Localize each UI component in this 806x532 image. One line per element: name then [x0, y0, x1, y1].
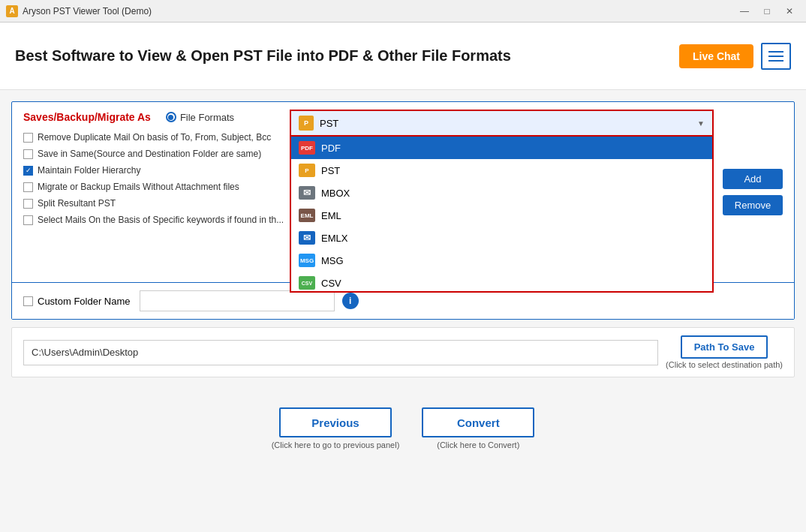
eml-label: EML: [321, 210, 341, 221]
dropdown-item-pst[interactable]: P PST: [291, 159, 712, 182]
add-button[interactable]: Add: [723, 169, 783, 189]
dropdown-item-eml[interactable]: EML EML: [291, 204, 712, 227]
pdf-icon: PDF: [299, 141, 315, 155]
menu-line-1: [768, 51, 783, 53]
header-actions: Live Chat: [679, 43, 791, 70]
bottom-actions: Previous (Click here to go to previous p…: [11, 407, 795, 449]
title-bar-text: Aryson PST Viewer Tool (Demo): [23, 6, 734, 17]
live-chat-button[interactable]: Live Chat: [679, 44, 753, 68]
checkbox-5[interactable]: [23, 199, 33, 209]
checkbox-4-label: Migrate or Backup Emails Without Attachm…: [38, 182, 239, 192]
mbox-label: MBOX: [321, 188, 350, 199]
convert-hint: (Click here to Convert): [437, 440, 519, 449]
app-header: Best Software to View & Open PST File in…: [0, 23, 806, 90]
csv-label: CSV: [321, 278, 341, 289]
radio-dot: [168, 115, 173, 120]
checkbox-5-label: Split Resultant PST: [38, 198, 116, 209]
path-section: Path To Save (Click to select destinatio…: [11, 327, 795, 377]
mbox-icon: ✉: [299, 186, 315, 200]
options-panel: Saves/Backup/Migrate As File Formats Rem…: [11, 101, 795, 320]
checkbox-4[interactable]: [23, 182, 33, 192]
convert-button[interactable]: Convert: [422, 407, 534, 437]
path-to-save-button[interactable]: Path To Save: [681, 335, 768, 359]
path-hint: (Click to select destination path): [666, 360, 783, 369]
checkbox-6[interactable]: [23, 215, 33, 225]
title-bar: A Aryson PST Viewer Tool (Demo) — □ ✕: [0, 0, 806, 23]
checkbox-2-label: Save in Same(Source and Destination Fold…: [38, 149, 261, 159]
checkbox-2[interactable]: [23, 149, 33, 159]
msg-icon: MSG: [299, 254, 315, 267]
dropdown-list[interactable]: PDF PDF P PST ✉ MBOX EML EML: [290, 135, 714, 293]
close-button[interactable]: ✕: [779, 3, 800, 20]
eml-icon: EML: [299, 209, 315, 222]
remove-button[interactable]: Remove: [723, 195, 783, 215]
app-icon: A: [6, 5, 18, 17]
chevron-down-icon: ▼: [697, 119, 705, 128]
emlx-label: EMLX: [321, 233, 347, 244]
file-formats-radio[interactable]: File Formats: [166, 112, 234, 123]
menu-line-2: [768, 56, 783, 57]
custom-folder-checkbox[interactable]: [23, 296, 33, 306]
csv-icon: CSV: [299, 276, 315, 290]
saves-label: Saves/Backup/Migrate As: [23, 111, 151, 123]
checkbox-1[interactable]: [23, 133, 33, 143]
radio-circle: [166, 112, 176, 122]
msg-label: MSG: [321, 255, 344, 266]
path-save-group: Path To Save (Click to select destinatio…: [666, 335, 783, 369]
app-title: Best Software to View & Open PST File in…: [15, 47, 511, 65]
info-icon: i: [342, 293, 359, 309]
right-buttons: Add Remove: [723, 169, 783, 215]
custom-folder-label: Custom Folder Name: [38, 296, 131, 307]
format-dropdown-trigger[interactable]: P PST ▼: [290, 110, 714, 135]
previous-group: Previous (Click here to go to previous p…: [272, 407, 400, 449]
pst-label: PST: [321, 165, 340, 176]
dropdown-item-emlx[interactable]: ✉ EMLX: [291, 227, 712, 249]
convert-group: Convert (Click here to Convert): [422, 407, 534, 449]
pdf-label: PDF: [321, 143, 341, 154]
previous-button[interactable]: Previous: [279, 407, 392, 437]
pst-icon: P: [299, 164, 315, 177]
maximize-button[interactable]: □: [756, 3, 777, 20]
path-input[interactable]: [23, 340, 658, 365]
dropdown-item-msg[interactable]: MSG MSG: [291, 249, 712, 272]
previous-hint: (Click here to go to previous panel): [272, 440, 400, 449]
title-bar-controls: — □ ✕: [734, 3, 800, 20]
selected-format-text: PST: [320, 118, 691, 129]
checkbox-6-label: Select Mails On the Basis of Specific ke…: [38, 215, 284, 225]
menu-line-3: [768, 60, 783, 62]
checkbox-1-label: Remove Duplicate Mail On basis of To, Fr…: [38, 132, 271, 143]
file-formats-label: File Formats: [180, 112, 234, 123]
minimize-button[interactable]: —: [734, 3, 755, 20]
check-mark: ✓: [26, 167, 32, 174]
dropdown-item-mbox[interactable]: ✉ MBOX: [291, 182, 712, 204]
main-content: Saves/Backup/Migrate As File Formats Rem…: [0, 90, 806, 532]
custom-folder-input[interactable]: [140, 290, 335, 311]
selected-format-icon: P: [299, 116, 314, 131]
format-dropdown-container: P PST ▼ PDF PDF P PST ✉ MB: [290, 110, 714, 293]
emlx-icon: ✉: [299, 231, 315, 245]
checkbox-3[interactable]: ✓: [23, 166, 33, 176]
dropdown-item-pdf[interactable]: PDF PDF: [291, 137, 712, 159]
checkbox-3-label: Maintain Folder Hierarchy: [38, 165, 140, 176]
dropdown-item-csv[interactable]: CSV CSV: [291, 272, 712, 293]
menu-button[interactable]: [761, 43, 791, 70]
